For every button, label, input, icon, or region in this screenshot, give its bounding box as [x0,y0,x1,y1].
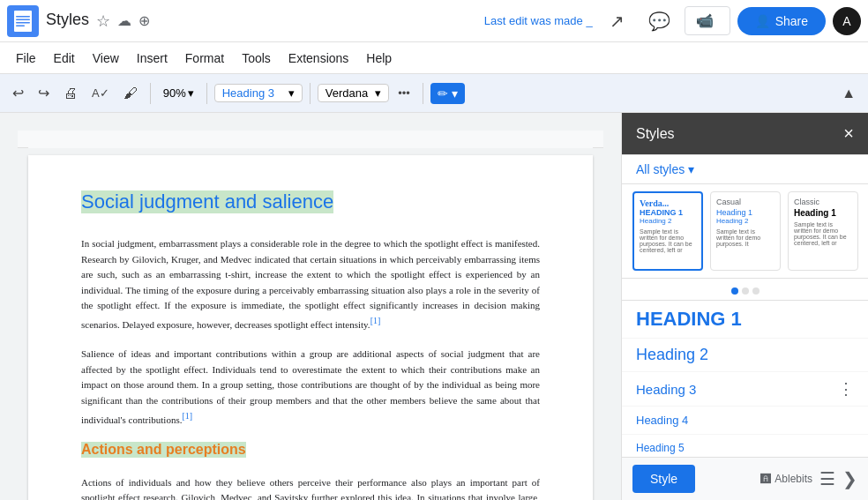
heading-1-item[interactable]: HEADING 1 [622,301,868,339]
panel-footer-right: 🅰 Ablebits ☰ ❯ [760,468,857,489]
panel-title: Styles [636,126,675,142]
zoom-chevron-icon: ▾ [188,86,194,100]
menu-file[interactable]: File [7,48,45,69]
heading-1-label: HEADING 1 [636,308,742,331]
doc-para-3: Actions of individuals and how they beli… [81,475,540,500]
collapse-toolbar-button[interactable]: ▲ [836,82,861,105]
thumb-classic-sample: Sample text is written for demo purposes… [794,221,852,246]
style-thumbnails: Verda... HEADING 1 Heading 2 Sample text… [622,184,868,279]
share-person-icon: 👤 [755,14,770,28]
heading-3-more-icon[interactable]: ⋮ [838,379,854,399]
thumb-casual-sample: Sample text is written for demo purposes… [716,228,774,247]
footer-ablebits-logo: 🅰 Ablebits [760,473,812,485]
share-label: Share [775,14,808,28]
style-thumb-classic[interactable]: Classic Heading 1 Sample text is written… [788,191,858,271]
panel-close-button[interactable]: × [843,123,854,144]
pencil-icon: ✏ [438,86,448,101]
comment-icon-button[interactable]: 💬 [642,4,677,39]
menu-extensions[interactable]: Extensions [280,48,357,69]
doc-area[interactable]: Social judgment and salience In social j… [0,113,621,500]
trend-icon-button[interactable]: ↗ [600,4,635,39]
style-value: Heading 3 [222,86,274,100]
doc-icon [7,5,39,37]
title-area: Styles ☆ ☁ ⊕ [46,11,484,31]
heading-3-item[interactable]: Heading 3 ⋮ [622,372,868,407]
thumbnail-dots [622,282,868,301]
doc-title[interactable]: Styles [46,11,89,29]
svg-rect-2 [16,16,30,18]
doc-heading-1: Social judgment and salience [81,190,333,213]
print-button[interactable]: 🖨 [58,82,83,105]
redo-button[interactable]: ↪ [33,81,55,105]
dot-3[interactable] [752,287,760,295]
svg-rect-3 [16,19,30,20]
separator-3 [310,83,311,104]
thumb-verdana-h1: HEADING 1 [640,208,696,217]
dot-1[interactable] [731,287,738,295]
style-thumb-casual[interactable]: Casual Heading 1 Heading 2 Sample text i… [710,191,781,271]
heading-style-list: HEADING 1 Heading 2 Heading 3 ⋮ Heading … [622,301,868,457]
meet-button[interactable]: 📹 [685,6,730,35]
folder-icon[interactable]: ⊕ [138,12,150,29]
thumb-casual-h2: Heading 2 [716,217,774,225]
avatar[interactable]: A [833,7,861,35]
thumb-classic-h1: Heading 1 [794,208,852,218]
toolbar-right: ▲ [836,82,861,105]
thumb-verdana-sample: Sample text is written for demo purposes… [640,228,696,253]
doc-para-2: Salience of ideas and important contribu… [81,347,540,428]
more-options-button[interactable]: ••• [393,83,415,103]
menu-view[interactable]: View [84,48,128,69]
hamburger-icon[interactable]: ☰ [819,468,835,489]
menu-format[interactable]: Format [176,48,233,69]
style-chevron-icon: ▾ [288,86,295,100]
svg-rect-5 [16,25,25,26]
zoom-selector[interactable]: 90% ▾ [158,85,199,101]
separator-1 [150,83,151,104]
menu-edit[interactable]: Edit [45,48,84,69]
thumb-verdana-h2: Heading 2 [640,217,696,225]
panel-header: Styles × [622,113,868,155]
style-thumb-verdana[interactable]: Verda... HEADING 1 Heading 2 Sample text… [632,191,703,271]
heading-5-item[interactable]: Heading 5 [622,435,868,457]
paintformat-button[interactable]: 🖌 [118,82,143,105]
thumb-classic-name: Classic [794,198,852,206]
spellcheck-button[interactable]: A✓ [86,83,115,103]
heading-4-item[interactable]: Heading 4 [622,407,868,435]
separator-4 [423,83,423,104]
all-styles-button[interactable]: All styles ▾ [636,162,694,176]
heading-2-item[interactable]: Heading 2 [622,339,868,372]
font-selector[interactable]: Verdana ▾ [318,84,389,102]
collapse-panel-icon[interactable]: ❯ [842,468,857,489]
thumb-casual-h1: Heading 1 [716,208,774,217]
share-button[interactable]: 👤 Share [737,7,826,35]
menu-insert[interactable]: Insert [128,48,176,69]
edit-chevron-icon: ▾ [452,86,458,101]
dot-2[interactable] [742,287,749,295]
footnote-1: [1] [370,316,381,325]
styles-panel: Styles × All styles ▾ Verda... HEADING 1… [621,113,868,500]
undo-button[interactable]: ↩ [7,81,29,105]
font-value: Verdana [326,86,368,100]
panel-footer: Style 🅰 Ablebits ☰ ❯ [622,457,868,500]
star-icon[interactable]: ☆ [96,11,110,31]
thumb-casual-name: Casual [716,198,774,206]
style-selector[interactable]: Heading 3 ▾ [214,84,303,102]
filter-label: All styles [636,162,685,176]
menu-tools[interactable]: Tools [233,48,280,69]
svg-rect-1 [14,11,32,32]
toolbar: ↩ ↪ 🖨 A✓ 🖌 90% ▾ Heading 3 ▾ Verdana ▾ •… [0,74,868,113]
doc-page: Social judgment and salience In social j… [28,155,593,500]
menu-help[interactable]: Help [357,48,400,69]
heading-2-label: Heading 2 [636,346,708,364]
last-edit-link[interactable]: Last edit was made _ [484,14,593,27]
cloud-icon[interactable]: ☁ [117,12,131,29]
zoom-value: 90% [163,86,186,100]
title-bar: Styles ☆ ☁ ⊕ Last edit was made _ ↗ 💬 📹 … [0,0,868,42]
style-apply-button[interactable]: Style [632,465,695,493]
ablebits-icon: 🅰 [760,473,771,485]
panel-filter: All styles ▾ [622,155,868,184]
thumb-verdana-name: Verda... [640,198,696,208]
heading-5-label: Heading 5 [636,442,685,454]
meet-icon: 📹 [696,12,714,29]
edit-mode-button[interactable]: ✏ ▾ [430,83,465,104]
